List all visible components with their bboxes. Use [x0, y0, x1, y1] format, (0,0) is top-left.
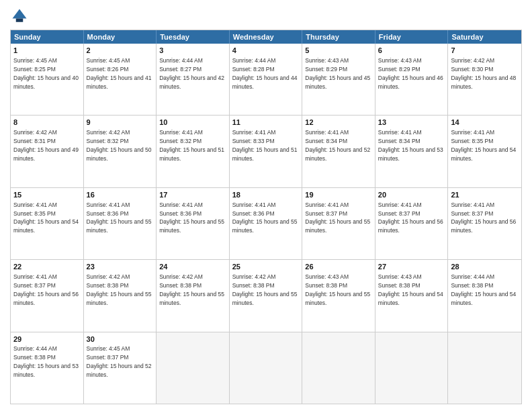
- day-cell-empty-4-6: [448, 332, 521, 404]
- day-cell-22: 22Sunrise: 4:41 AMSunset: 8:37 PMDayligh…: [11, 260, 84, 331]
- day-number: 1: [13, 46, 81, 56]
- day-number: 24: [159, 262, 226, 272]
- day-cell-17: 17Sunrise: 4:41 AMSunset: 8:36 PMDayligh…: [157, 188, 230, 259]
- day-number: 10: [159, 118, 226, 128]
- day-number: 18: [232, 190, 300, 200]
- day-info: Sunrise: 4:43 AMSunset: 8:38 PMDaylight:…: [305, 273, 370, 306]
- day-cell-6: 6Sunrise: 4:43 AMSunset: 8:29 PMDaylight…: [375, 44, 449, 115]
- day-number: 27: [378, 262, 445, 272]
- day-cell-19: 19Sunrise: 4:41 AMSunset: 8:37 PMDayligh…: [302, 188, 375, 259]
- day-cell-23: 23Sunrise: 4:42 AMSunset: 8:38 PMDayligh…: [84, 260, 157, 331]
- day-cell-11: 11Sunrise: 4:41 AMSunset: 8:33 PMDayligh…: [230, 116, 303, 187]
- header-day-monday: Monday: [84, 30, 157, 44]
- day-info: Sunrise: 4:45 AMSunset: 8:25 PMDaylight:…: [13, 57, 79, 90]
- day-info: Sunrise: 4:42 AMSunset: 8:30 PMDaylight:…: [451, 57, 516, 90]
- page: SundayMondayTuesdayWednesdayThursdayFrid…: [0, 0, 532, 411]
- day-cell-29: 29Sunrise: 4:44 AMSunset: 8:38 PMDayligh…: [11, 332, 84, 404]
- day-number: 13: [378, 118, 445, 128]
- day-info: Sunrise: 4:43 AMSunset: 8:29 PMDaylight:…: [378, 57, 443, 90]
- calendar-header: SundayMondayTuesdayWednesdayThursdayFrid…: [11, 30, 521, 44]
- day-number: 11: [232, 118, 300, 128]
- day-info: Sunrise: 4:41 AMSunset: 8:37 PMDaylight:…: [378, 201, 443, 234]
- day-info: Sunrise: 4:41 AMSunset: 8:36 PMDaylight:…: [87, 201, 152, 234]
- day-cell-20: 20Sunrise: 4:41 AMSunset: 8:37 PMDayligh…: [375, 188, 449, 259]
- header-day-saturday: Saturday: [448, 30, 521, 44]
- day-number: 12: [305, 118, 372, 128]
- day-cell-8: 8Sunrise: 4:42 AMSunset: 8:31 PMDaylight…: [11, 116, 84, 187]
- day-number: 19: [305, 190, 372, 200]
- day-info: Sunrise: 4:45 AMSunset: 8:37 PMDaylight:…: [87, 345, 152, 378]
- day-info: Sunrise: 4:41 AMSunset: 8:34 PMDaylight:…: [305, 129, 370, 162]
- calendar-row-2: 8Sunrise: 4:42 AMSunset: 8:31 PMDaylight…: [11, 115, 521, 187]
- day-info: Sunrise: 4:42 AMSunset: 8:32 PMDaylight:…: [87, 129, 152, 162]
- day-number: 28: [451, 262, 519, 272]
- day-cell-2: 2Sunrise: 4:45 AMSunset: 8:26 PMDaylight…: [84, 44, 157, 115]
- day-info: Sunrise: 4:41 AMSunset: 8:36 PMDaylight:…: [232, 201, 298, 234]
- day-cell-14: 14Sunrise: 4:41 AMSunset: 8:35 PMDayligh…: [448, 116, 521, 187]
- day-cell-9: 9Sunrise: 4:42 AMSunset: 8:32 PMDaylight…: [84, 116, 157, 187]
- day-cell-28: 28Sunrise: 4:44 AMSunset: 8:38 PMDayligh…: [448, 260, 521, 331]
- day-cell-25: 25Sunrise: 4:42 AMSunset: 8:38 PMDayligh…: [230, 260, 303, 331]
- header-day-tuesday: Tuesday: [157, 30, 230, 44]
- day-cell-empty-4-3: [230, 332, 303, 404]
- header-day-sunday: Sunday: [11, 30, 84, 44]
- day-cell-empty-4-4: [302, 332, 375, 404]
- day-number: 16: [87, 190, 154, 200]
- calendar-row-4: 22Sunrise: 4:41 AMSunset: 8:37 PMDayligh…: [11, 259, 521, 331]
- day-cell-empty-4-2: [157, 332, 230, 404]
- day-cell-4: 4Sunrise: 4:44 AMSunset: 8:28 PMDaylight…: [230, 44, 303, 115]
- day-info: Sunrise: 4:44 AMSunset: 8:38 PMDaylight:…: [13, 345, 79, 378]
- day-cell-16: 16Sunrise: 4:41 AMSunset: 8:36 PMDayligh…: [84, 188, 157, 259]
- day-number: 22: [13, 262, 81, 272]
- day-number: 6: [378, 46, 445, 56]
- calendar: SundayMondayTuesdayWednesdayThursdayFrid…: [10, 30, 522, 404]
- day-info: Sunrise: 4:41 AMSunset: 8:37 PMDaylight:…: [13, 273, 79, 306]
- calendar-row-1: 1Sunrise: 4:45 AMSunset: 8:25 PMDaylight…: [11, 44, 521, 115]
- day-info: Sunrise: 4:42 AMSunset: 8:38 PMDaylight:…: [87, 273, 152, 306]
- day-number: 21: [451, 190, 519, 200]
- day-info: Sunrise: 4:42 AMSunset: 8:38 PMDaylight:…: [159, 273, 224, 306]
- day-number: 25: [232, 262, 300, 272]
- day-number: 3: [159, 46, 226, 56]
- day-number: 15: [13, 190, 81, 200]
- svg-rect-2: [16, 19, 24, 22]
- calendar-row-5: 29Sunrise: 4:44 AMSunset: 8:38 PMDayligh…: [11, 332, 521, 404]
- day-info: Sunrise: 4:41 AMSunset: 8:37 PMDaylight:…: [305, 201, 370, 234]
- day-info: Sunrise: 4:42 AMSunset: 8:31 PMDaylight:…: [13, 129, 79, 162]
- day-cell-21: 21Sunrise: 4:41 AMSunset: 8:37 PMDayligh…: [448, 188, 521, 259]
- day-info: Sunrise: 4:41 AMSunset: 8:32 PMDaylight:…: [159, 129, 224, 162]
- day-cell-12: 12Sunrise: 4:41 AMSunset: 8:34 PMDayligh…: [302, 116, 375, 187]
- day-info: Sunrise: 4:41 AMSunset: 8:35 PMDaylight:…: [13, 201, 79, 234]
- header-day-thursday: Thursday: [302, 30, 375, 44]
- day-info: Sunrise: 4:43 AMSunset: 8:38 PMDaylight:…: [378, 273, 443, 306]
- day-number: 30: [87, 334, 154, 345]
- header-day-wednesday: Wednesday: [230, 30, 303, 44]
- day-cell-27: 27Sunrise: 4:43 AMSunset: 8:38 PMDayligh…: [375, 260, 449, 331]
- day-number: 9: [87, 118, 154, 128]
- day-info: Sunrise: 4:41 AMSunset: 8:36 PMDaylight:…: [159, 201, 224, 234]
- day-cell-empty-4-5: [375, 332, 449, 404]
- day-number: 8: [13, 118, 81, 128]
- day-cell-3: 3Sunrise: 4:44 AMSunset: 8:27 PMDaylight…: [157, 44, 230, 115]
- day-number: 5: [305, 46, 372, 56]
- day-number: 17: [159, 190, 226, 200]
- logo: [10, 7, 32, 26]
- calendar-body: 1Sunrise: 4:45 AMSunset: 8:25 PMDaylight…: [11, 44, 521, 404]
- day-cell-1: 1Sunrise: 4:45 AMSunset: 8:25 PMDaylight…: [11, 44, 84, 115]
- svg-marker-1: [13, 9, 27, 19]
- day-number: 20: [378, 190, 445, 200]
- day-info: Sunrise: 4:41 AMSunset: 8:33 PMDaylight:…: [232, 129, 298, 162]
- day-info: Sunrise: 4:44 AMSunset: 8:28 PMDaylight:…: [232, 57, 298, 90]
- day-number: 7: [451, 46, 519, 56]
- day-number: 26: [305, 262, 372, 272]
- day-cell-18: 18Sunrise: 4:41 AMSunset: 8:36 PMDayligh…: [230, 188, 303, 259]
- header-day-friday: Friday: [375, 30, 449, 44]
- day-info: Sunrise: 4:42 AMSunset: 8:38 PMDaylight:…: [232, 273, 298, 306]
- day-info: Sunrise: 4:43 AMSunset: 8:29 PMDaylight:…: [305, 57, 370, 90]
- header: [10, 7, 522, 26]
- day-number: 4: [232, 46, 300, 56]
- day-info: Sunrise: 4:41 AMSunset: 8:35 PMDaylight:…: [451, 129, 516, 162]
- day-number: 23: [87, 262, 154, 272]
- day-number: 29: [13, 334, 81, 345]
- day-cell-30: 30Sunrise: 4:45 AMSunset: 8:37 PMDayligh…: [84, 332, 157, 404]
